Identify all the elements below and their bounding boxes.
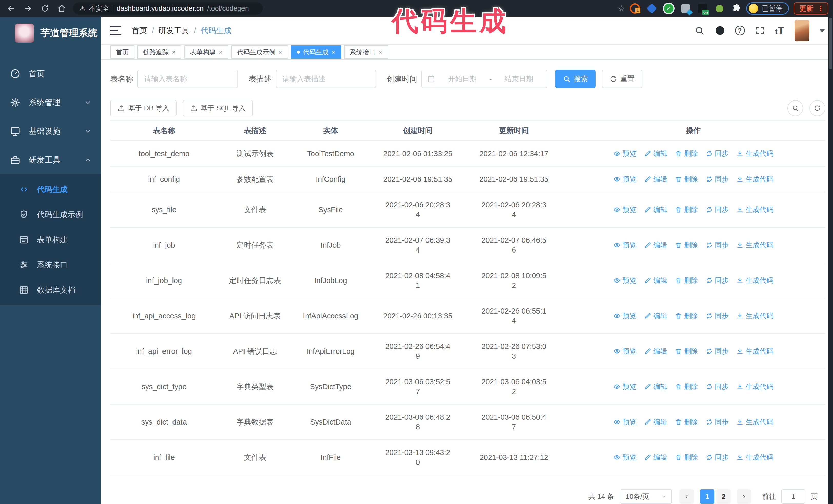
row-action-pencil[interactable]: 编辑 — [644, 275, 667, 285]
reset-button[interactable]: 重置 — [602, 70, 642, 88]
row-action-download[interactable]: 生成代码 — [736, 174, 773, 184]
import-sql-button[interactable]: 基于 SQL 导入 — [183, 100, 253, 116]
close-icon[interactable]: × — [278, 49, 282, 55]
refresh-table-button[interactable] — [809, 100, 825, 116]
row-action-eye[interactable]: 预览 — [613, 311, 636, 321]
row-action-eye[interactable]: 预览 — [613, 174, 636, 184]
address-bar[interactable]: ⚠ 不安全 dashboard.yudao.iocoder.cn/tool/co… — [73, 2, 263, 15]
row-action-download[interactable]: 生成代码 — [736, 382, 773, 391]
row-action-eye[interactable]: 预览 — [613, 205, 636, 215]
row-action-sync[interactable]: 同步 — [706, 149, 729, 159]
row-action-pencil[interactable]: 编辑 — [644, 417, 667, 427]
breadcrumb-dev-tools[interactable]: 研发工具 — [159, 25, 189, 36]
row-action-download[interactable]: 生成代码 — [736, 275, 773, 285]
import-db-button[interactable]: 基于 DB 导入 — [110, 100, 176, 116]
browser-home-icon[interactable] — [57, 4, 67, 13]
user-avatar[interactable] — [794, 20, 809, 41]
paused-extension-badge[interactable]: 已暂停 — [746, 2, 789, 15]
fullscreen-icon[interactable] — [755, 25, 765, 36]
sidebar-item-3[interactable]: 研发工具 — [0, 146, 101, 174]
help-icon[interactable]: ? — [735, 26, 745, 35]
row-action-trash[interactable]: 删除 — [675, 453, 698, 462]
sidebar-item-2[interactable]: 基础设施 — [0, 117, 101, 146]
row-action-trash[interactable]: 删除 — [675, 205, 698, 215]
tab-2[interactable]: 表单构建 × — [184, 45, 228, 59]
search-button[interactable]: 搜索 — [555, 70, 596, 88]
page-button-2[interactable]: 2 — [716, 489, 731, 504]
tab-5[interactable]: 系统接口 × — [344, 45, 388, 59]
row-action-trash[interactable]: 删除 — [675, 240, 698, 250]
sidebar-subitem-7[interactable]: 系统接口 — [0, 252, 101, 278]
table-name-input[interactable] — [137, 70, 238, 88]
row-action-eye[interactable]: 预览 — [613, 453, 636, 462]
grid-extension-icon[interactable] — [681, 4, 690, 13]
row-action-eye[interactable]: 预览 — [613, 382, 636, 391]
scrollbar-thumb[interactable] — [829, 18, 832, 69]
row-action-sync[interactable]: 同步 — [706, 275, 729, 285]
row-action-pencil[interactable]: 编辑 — [644, 311, 667, 321]
sidebar-subitem-5[interactable]: 代码生成示例 — [0, 202, 101, 227]
tab-4[interactable]: 代码生成 × — [291, 45, 341, 59]
row-action-sync[interactable]: 同步 — [706, 174, 729, 184]
goto-page-input[interactable] — [782, 489, 805, 504]
row-action-download[interactable]: 生成代码 — [736, 453, 773, 462]
row-action-pencil[interactable]: 编辑 — [644, 382, 667, 391]
sidebar-subitem-8[interactable]: 数据库文档 — [0, 278, 101, 303]
row-action-trash[interactable]: 删除 — [675, 149, 698, 159]
browser-back-icon[interactable] — [6, 4, 16, 13]
sidebar-item-1[interactable]: 系统管理 — [0, 88, 101, 117]
row-action-trash[interactable]: 删除 — [675, 174, 698, 184]
row-action-sync[interactable]: 同步 — [706, 417, 729, 427]
tab-0[interactable]: 首页 — [110, 45, 134, 59]
close-icon[interactable]: × — [172, 49, 175, 55]
row-action-pencil[interactable]: 编辑 — [644, 174, 667, 184]
close-icon[interactable]: × — [219, 49, 222, 55]
close-icon[interactable]: × — [379, 49, 382, 55]
row-action-download[interactable]: 生成代码 — [736, 311, 773, 321]
sidebar-collapse-icon[interactable] — [110, 26, 121, 35]
prev-page-button[interactable] — [680, 489, 694, 504]
sidebar-subitem-4[interactable]: 代码生成 — [0, 177, 101, 202]
row-action-download[interactable]: 生成代码 — [736, 205, 773, 215]
row-action-trash[interactable]: 删除 — [675, 311, 698, 321]
row-action-trash[interactable]: 删除 — [675, 275, 698, 285]
row-action-trash[interactable]: 删除 — [675, 346, 698, 356]
next-page-button[interactable] — [737, 489, 751, 504]
row-action-pencil[interactable]: 编辑 — [644, 346, 667, 356]
row-action-download[interactable]: 生成代码 — [736, 149, 773, 159]
sidebar-subitem-6[interactable]: 表单构建 — [0, 227, 101, 252]
page-button-1[interactable]: 1 — [700, 489, 714, 504]
row-action-sync[interactable]: 同步 — [706, 382, 729, 391]
row-action-eye[interactable]: 预览 — [613, 149, 636, 159]
bookmark-star-icon[interactable]: ☆ — [618, 4, 625, 13]
orange-extension-icon[interactable]: 1 — [630, 3, 640, 14]
row-action-trash[interactable]: 删除 — [675, 382, 698, 391]
tab-1[interactable]: 链路追踪 × — [137, 45, 181, 59]
row-action-sync[interactable]: 同步 — [706, 346, 729, 356]
browser-menu-dots-icon[interactable]: ⋮ — [817, 5, 824, 13]
row-action-eye[interactable]: 预览 — [613, 240, 636, 250]
tab-3[interactable]: 代码生成示例 × — [231, 45, 288, 59]
text-size-icon[interactable]: tT — [775, 25, 785, 37]
puzzle-extension-icon[interactable] — [731, 3, 741, 14]
row-action-download[interactable]: 生成代码 — [736, 346, 773, 356]
page-size-select[interactable]: 10条/页 — [620, 489, 672, 504]
toggle-search-button[interactable] — [787, 100, 803, 116]
row-action-eye[interactable]: 预览 — [613, 275, 636, 285]
row-action-pencil[interactable]: 编辑 — [644, 205, 667, 215]
table-desc-input[interactable] — [276, 70, 376, 88]
row-action-pencil[interactable]: 编辑 — [644, 149, 667, 159]
row-action-sync[interactable]: 同步 — [706, 240, 729, 250]
row-action-eye[interactable]: 预览 — [613, 417, 636, 427]
browser-reload-icon[interactable] — [40, 4, 50, 13]
dark-on-extension-icon[interactable]: on — [698, 4, 707, 13]
gem-extension-icon[interactable] — [647, 3, 657, 14]
user-menu-caret-icon[interactable] — [819, 29, 825, 32]
row-action-sync[interactable]: 同步 — [706, 311, 729, 321]
row-action-download[interactable]: 生成代码 — [736, 240, 773, 250]
row-action-sync[interactable]: 同步 — [706, 205, 729, 215]
breadcrumb-home[interactable]: 首页 — [132, 25, 147, 36]
green-bot-extension-icon[interactable] — [716, 5, 723, 12]
row-action-pencil[interactable]: 编辑 — [644, 240, 667, 250]
green-check-extension-icon[interactable]: ✓ — [664, 4, 673, 13]
